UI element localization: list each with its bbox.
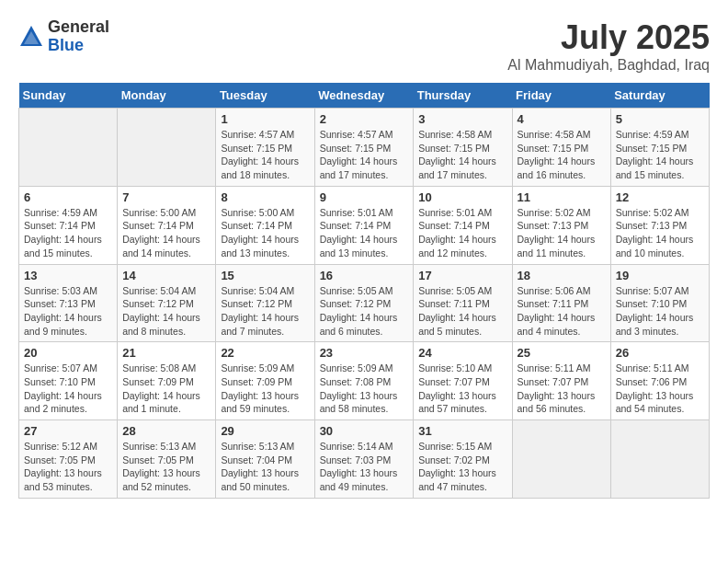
calendar-cell: 31Sunrise: 5:15 AM Sunset: 7:02 PM Dayli…: [414, 420, 512, 499]
day-number: 26: [616, 346, 704, 360]
day-info: Sunrise: 5:04 AM Sunset: 7:12 PM Dayligh…: [221, 284, 309, 339]
day-number: 12: [616, 190, 704, 204]
calendar-cell: [512, 420, 610, 499]
calendar-cell: 10Sunrise: 5:01 AM Sunset: 7:14 PM Dayli…: [414, 186, 512, 264]
day-number: 19: [616, 269, 704, 282]
calendar-cell: [610, 420, 709, 499]
day-number: 1: [221, 112, 309, 126]
day-number: 11: [518, 190, 606, 204]
calendar-week-2: 6Sunrise: 4:59 AM Sunset: 7:14 PM Daylig…: [19, 186, 710, 264]
day-number: 17: [418, 269, 506, 282]
day-number: 30: [320, 424, 409, 438]
day-number: 2: [320, 112, 409, 126]
calendar-cell: 8Sunrise: 5:00 AM Sunset: 7:14 PM Daylig…: [216, 186, 314, 264]
calendar-week-4: 20Sunrise: 5:07 AM Sunset: 7:10 PM Dayli…: [19, 342, 710, 420]
day-info: Sunrise: 5:12 AM Sunset: 7:05 PM Dayligh…: [24, 440, 112, 494]
day-number: 25: [518, 346, 606, 360]
title-block: July 2025 Al Mahmudiyah, Baghdad, Iraq: [507, 18, 710, 74]
day-info: Sunrise: 5:01 AM Sunset: 7:14 PM Dayligh…: [418, 206, 506, 260]
logo-blue: Blue: [48, 37, 109, 55]
calendar-cell: 2Sunrise: 4:57 AM Sunset: 7:15 PM Daylig…: [314, 109, 414, 187]
day-number: 3: [418, 112, 506, 126]
calendar-cell: 1Sunrise: 4:57 AM Sunset: 7:15 PM Daylig…: [216, 109, 314, 187]
day-info: Sunrise: 4:58 AM Sunset: 7:15 PM Dayligh…: [518, 128, 606, 182]
day-number: 16: [320, 269, 409, 282]
day-info: Sunrise: 5:11 AM Sunset: 7:07 PM Dayligh…: [518, 362, 606, 416]
day-number: 27: [24, 424, 112, 438]
day-number: 7: [122, 190, 210, 204]
day-number: 8: [221, 190, 309, 204]
logo-text: General Blue: [48, 18, 109, 55]
calendar-cell: [118, 109, 216, 187]
day-number: 6: [24, 190, 112, 204]
day-number: 9: [320, 190, 409, 204]
day-number: 24: [418, 346, 506, 360]
calendar-cell: 3Sunrise: 4:58 AM Sunset: 7:15 PM Daylig…: [414, 109, 512, 187]
day-info: Sunrise: 4:59 AM Sunset: 7:15 PM Dayligh…: [616, 128, 704, 182]
header-friday: Friday: [512, 83, 610, 109]
calendar-cell: 27Sunrise: 5:12 AM Sunset: 7:05 PM Dayli…: [19, 420, 118, 499]
page-header: General Blue July 2025 Al Mahmudiyah, Ba…: [18, 18, 710, 74]
calendar-cell: 16Sunrise: 5:05 AM Sunset: 7:12 PM Dayli…: [314, 264, 414, 342]
day-info: Sunrise: 5:13 AM Sunset: 7:05 PM Dayligh…: [122, 440, 210, 494]
day-info: Sunrise: 5:13 AM Sunset: 7:04 PM Dayligh…: [221, 440, 309, 494]
day-number: 31: [418, 424, 506, 438]
calendar-title: July 2025: [507, 18, 710, 57]
calendar-cell: 18Sunrise: 5:06 AM Sunset: 7:11 PM Dayli…: [512, 264, 610, 342]
calendar-subtitle: Al Mahmudiyah, Baghdad, Iraq: [507, 57, 710, 74]
day-info: Sunrise: 5:05 AM Sunset: 7:12 PM Dayligh…: [320, 284, 409, 339]
calendar-cell: 9Sunrise: 5:01 AM Sunset: 7:14 PM Daylig…: [314, 186, 414, 264]
calendar-cell: 22Sunrise: 5:09 AM Sunset: 7:09 PM Dayli…: [216, 342, 314, 420]
header-saturday: Saturday: [610, 83, 709, 109]
day-number: 5: [616, 112, 704, 126]
day-number: 29: [221, 424, 309, 438]
calendar-cell: 24Sunrise: 5:10 AM Sunset: 7:07 PM Dayli…: [414, 342, 512, 420]
header-tuesday: Tuesday: [216, 83, 314, 109]
day-number: 4: [518, 112, 606, 126]
day-info: Sunrise: 5:07 AM Sunset: 7:10 PM Dayligh…: [616, 284, 704, 339]
calendar-cell: [19, 109, 118, 187]
day-info: Sunrise: 4:57 AM Sunset: 7:15 PM Dayligh…: [320, 128, 409, 182]
day-number: 15: [221, 269, 309, 282]
day-info: Sunrise: 5:01 AM Sunset: 7:14 PM Dayligh…: [320, 206, 409, 260]
day-info: Sunrise: 5:09 AM Sunset: 7:09 PM Dayligh…: [221, 362, 309, 416]
calendar-cell: 11Sunrise: 5:02 AM Sunset: 7:13 PM Dayli…: [512, 186, 610, 264]
day-number: 18: [518, 269, 606, 282]
day-info: Sunrise: 5:04 AM Sunset: 7:12 PM Dayligh…: [122, 284, 210, 339]
calendar-cell: 12Sunrise: 5:02 AM Sunset: 7:13 PM Dayli…: [610, 186, 709, 264]
day-info: Sunrise: 5:03 AM Sunset: 7:13 PM Dayligh…: [24, 284, 112, 339]
calendar-cell: 5Sunrise: 4:59 AM Sunset: 7:15 PM Daylig…: [610, 109, 709, 187]
day-number: 28: [122, 424, 210, 438]
day-info: Sunrise: 4:57 AM Sunset: 7:15 PM Dayligh…: [221, 128, 309, 182]
calendar-cell: 28Sunrise: 5:13 AM Sunset: 7:05 PM Dayli…: [118, 420, 216, 499]
day-info: Sunrise: 5:11 AM Sunset: 7:06 PM Dayligh…: [616, 362, 704, 416]
day-number: 21: [122, 346, 210, 360]
calendar-cell: 23Sunrise: 5:09 AM Sunset: 7:08 PM Dayli…: [314, 342, 414, 420]
calendar-cell: 15Sunrise: 5:04 AM Sunset: 7:12 PM Dayli…: [216, 264, 314, 342]
calendar-cell: 17Sunrise: 5:05 AM Sunset: 7:11 PM Dayli…: [414, 264, 512, 342]
calendar-cell: 7Sunrise: 5:00 AM Sunset: 7:14 PM Daylig…: [118, 186, 216, 264]
header-wednesday: Wednesday: [314, 83, 414, 109]
logo-icon: [18, 24, 44, 50]
day-info: Sunrise: 5:15 AM Sunset: 7:02 PM Dayligh…: [418, 440, 506, 494]
calendar-week-1: 1Sunrise: 4:57 AM Sunset: 7:15 PM Daylig…: [19, 109, 710, 187]
day-info: Sunrise: 5:00 AM Sunset: 7:14 PM Dayligh…: [122, 206, 210, 260]
calendar-cell: 19Sunrise: 5:07 AM Sunset: 7:10 PM Dayli…: [610, 264, 709, 342]
day-info: Sunrise: 5:09 AM Sunset: 7:08 PM Dayligh…: [320, 362, 409, 416]
calendar-cell: 25Sunrise: 5:11 AM Sunset: 7:07 PM Dayli…: [512, 342, 610, 420]
calendar-cell: 21Sunrise: 5:08 AM Sunset: 7:09 PM Dayli…: [118, 342, 216, 420]
logo-general: General: [48, 18, 109, 37]
day-info: Sunrise: 5:08 AM Sunset: 7:09 PM Dayligh…: [122, 362, 210, 416]
day-info: Sunrise: 5:07 AM Sunset: 7:10 PM Dayligh…: [24, 362, 112, 416]
calendar-cell: 29Sunrise: 5:13 AM Sunset: 7:04 PM Dayli…: [216, 420, 314, 499]
header-monday: Monday: [118, 83, 216, 109]
day-number: 13: [24, 269, 112, 282]
calendar-cell: 26Sunrise: 5:11 AM Sunset: 7:06 PM Dayli…: [610, 342, 709, 420]
calendar-cell: 14Sunrise: 5:04 AM Sunset: 7:12 PM Dayli…: [118, 264, 216, 342]
day-info: Sunrise: 5:02 AM Sunset: 7:13 PM Dayligh…: [616, 206, 704, 260]
day-number: 10: [418, 190, 506, 204]
calendar-cell: 20Sunrise: 5:07 AM Sunset: 7:10 PM Dayli…: [19, 342, 118, 420]
day-info: Sunrise: 5:14 AM Sunset: 7:03 PM Dayligh…: [320, 440, 409, 494]
day-info: Sunrise: 4:58 AM Sunset: 7:15 PM Dayligh…: [418, 128, 506, 182]
day-number: 14: [122, 269, 210, 282]
